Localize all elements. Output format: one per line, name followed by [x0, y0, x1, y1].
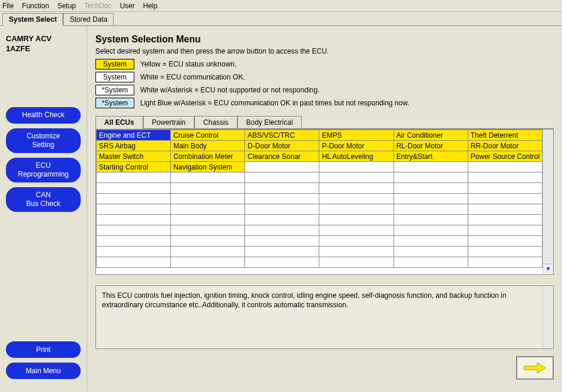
grid-cell[interactable]: Entry&Start [394, 151, 468, 162]
grid-cell [97, 204, 171, 215]
grid-cell [97, 194, 171, 204]
menu-help[interactable]: Help [143, 2, 158, 10]
grid-cell [245, 236, 319, 247]
grid-cell [171, 215, 245, 225]
grid-cell[interactable]: Combination Meter [171, 151, 245, 162]
grid-cell [394, 194, 468, 204]
grid-cell[interactable]: ABS/VSC/TRC [245, 130, 319, 141]
grid-cell[interactable]: Clearance Sonar [245, 151, 319, 162]
menu-function[interactable]: Function [22, 2, 49, 10]
menu-file[interactable]: File [2, 2, 14, 10]
grid-cell [245, 247, 319, 257]
grid-cell[interactable]: Power Source Control [468, 151, 542, 162]
scroll-down-icon[interactable]: ▼ [543, 264, 553, 274]
ecu-tab-strip: All ECUs Powertrain Chassis Body Electri… [95, 115, 554, 129]
legend-asterisk: *System White w/Asterisk = ECU not suppo… [95, 85, 554, 95]
grid-cell[interactable]: RL-Door Motor [394, 141, 468, 151]
ecu-tab-all[interactable]: All ECUs [95, 116, 143, 129]
grid-cell [171, 225, 245, 236]
proceed-arrow-button[interactable] [516, 356, 554, 380]
tab-stored-data[interactable]: Stored Data [63, 13, 114, 26]
grid-cell[interactable]: Main Body [171, 141, 245, 151]
grid-cell[interactable]: Starting Control [97, 162, 171, 172]
grid-cell[interactable]: RR-Door Motor [468, 141, 542, 151]
grid-cell [245, 162, 319, 172]
grid-cell [468, 183, 542, 194]
grid-cell [319, 225, 394, 236]
page-title: System Selection Menu [95, 34, 554, 45]
grid-cell [245, 215, 319, 225]
menu-user[interactable]: User [120, 2, 134, 10]
grid-cell[interactable]: Cruise Control [171, 130, 245, 141]
grid-cell[interactable]: Navigation System [171, 162, 245, 172]
legend-asterisk-text: White w/Asterisk = ECU not supported or … [140, 86, 319, 94]
grid-cell [319, 236, 394, 247]
grid-cell [319, 183, 394, 194]
customize-setting-button[interactable]: Customize Setting [6, 128, 81, 153]
grid-cell[interactable]: Engine and ECT [97, 130, 171, 141]
grid-cell [97, 247, 171, 257]
grid-cell [394, 247, 468, 257]
grid-cell [468, 257, 542, 268]
grid-cell[interactable]: P-Door Motor [319, 141, 394, 151]
grid-cell [245, 225, 319, 236]
grid-cell [245, 183, 319, 194]
menu-setup[interactable]: Setup [57, 2, 75, 10]
grid-cell [245, 194, 319, 204]
grid-cell [319, 215, 394, 225]
grid-cell [468, 225, 542, 236]
grid-cell [319, 204, 394, 215]
arrow-right-icon [523, 361, 547, 375]
legend-chip-lightblue: *System [95, 98, 134, 108]
grid-cell [97, 172, 171, 183]
desc-scrollbar[interactable] [543, 286, 553, 348]
grid-cell[interactable]: Theft Deterrent [468, 130, 542, 141]
description-box: This ECU controls fuel injection, igniti… [95, 285, 554, 349]
grid-cell [394, 257, 468, 268]
grid-cell [394, 172, 468, 183]
grid-cell[interactable]: EMPS [319, 130, 394, 141]
grid-cell[interactable]: Master Switch [97, 151, 171, 162]
menubar: File Function Setup TechDoc User Help [0, 0, 562, 12]
tab-system-select[interactable]: System Select [2, 13, 63, 26]
grid-cell[interactable]: SRS Airbag [97, 141, 171, 151]
grid-cell[interactable]: HL AutoLeveling [319, 151, 394, 162]
grid-cell [171, 247, 245, 257]
grid-cell [171, 183, 245, 194]
legend-chip-white: System [95, 72, 134, 82]
grid-cell[interactable]: Air Conditioner [394, 130, 468, 141]
ecu-tab-body[interactable]: Body Electrical [237, 116, 302, 129]
grid-cell [97, 257, 171, 268]
main-menu-button[interactable]: Main Menu [6, 363, 81, 379]
grid-cell [97, 215, 171, 225]
grid-cell [468, 194, 542, 204]
legend-chip-asterisk: *System [95, 85, 134, 95]
ecu-tab-powertrain[interactable]: Powertrain [143, 116, 194, 129]
health-check-button[interactable]: Health Check [6, 107, 81, 124]
grid-cell [97, 225, 171, 236]
grid-cell [394, 183, 468, 194]
legend-yellow: System Yellow = ECU status unknown. [95, 59, 554, 69]
grid-cell [394, 236, 468, 247]
grid-cell [394, 162, 468, 172]
instruction-text: Select desired system and then press the… [95, 47, 554, 55]
grid-cell [319, 194, 394, 204]
can-bus-check-button[interactable]: CAN Bus Check [6, 187, 81, 212]
grid-cell [171, 236, 245, 247]
ecu-reprogramming-button[interactable]: ECU Reprogramming [6, 158, 81, 182]
grid-scrollbar[interactable]: ▼ [543, 129, 553, 274]
grid-cell [468, 215, 542, 225]
grid-cell[interactable]: D-Door Motor [245, 141, 319, 151]
vehicle-line1: CAMRY ACV [6, 34, 81, 44]
grid-cell [319, 247, 394, 257]
grid-cell [319, 257, 394, 268]
grid-cell [97, 236, 171, 247]
legend-white: System White = ECU communication OK. [95, 72, 554, 82]
legend-chip-yellow: System [95, 59, 134, 69]
print-button[interactable]: Print [6, 341, 81, 358]
ecu-tab-chassis[interactable]: Chassis [194, 116, 237, 129]
legend-white-text: White = ECU communication OK. [140, 73, 245, 81]
grid-cell [394, 225, 468, 236]
grid-cell [245, 257, 319, 268]
grid-cell [245, 204, 319, 215]
